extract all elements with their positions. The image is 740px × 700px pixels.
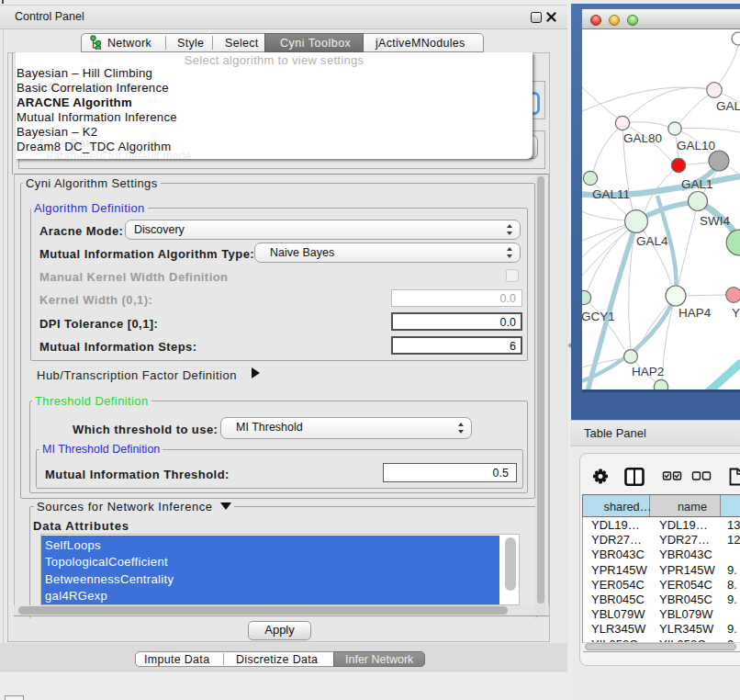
svg-text:GCY1: GCY1 [582, 310, 615, 323]
svg-text:YM: YM [732, 306, 740, 320]
svg-text:GAL11: GAL11 [592, 187, 630, 201]
svg-text:SWI4: SWI4 [700, 214, 730, 228]
svg-text:HAP2: HAP2 [632, 365, 664, 378]
svg-text:GAL7: GAL7 [716, 99, 740, 113]
svg-text:HAP4: HAP4 [678, 306, 712, 320]
svg-text:GAL4: GAL4 [636, 234, 668, 248]
svg-text:GAL10: GAL10 [677, 139, 715, 152]
svg-text:GAL1: GAL1 [681, 177, 713, 191]
svg-text:GAL80: GAL80 [623, 131, 662, 145]
